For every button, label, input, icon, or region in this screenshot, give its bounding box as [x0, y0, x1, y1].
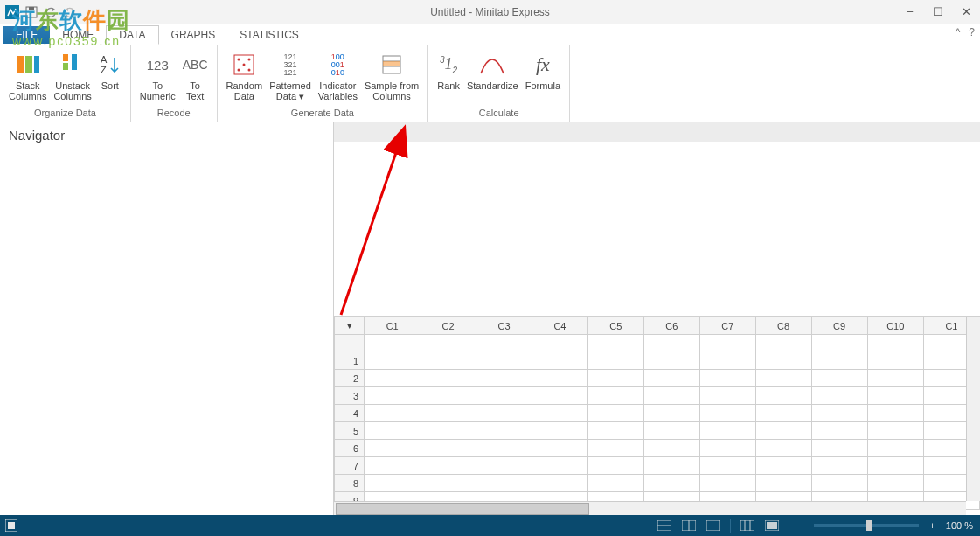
vertical-scrollbar[interactable]	[966, 317, 980, 501]
cell[interactable]	[587, 440, 643, 457]
cell[interactable]	[476, 387, 532, 405]
cell[interactable]	[532, 457, 588, 475]
column-header[interactable]: C9	[811, 317, 867, 335]
close-button[interactable]: ✕	[952, 3, 980, 22]
formula-button[interactable]: fx Formula	[522, 49, 564, 93]
cell[interactable]	[643, 405, 699, 422]
row-header[interactable]	[335, 335, 365, 352]
file-tab[interactable]: FILE	[3, 26, 50, 44]
cell[interactable]	[365, 422, 420, 440]
tab-graphs[interactable]: GRAPHS	[159, 26, 228, 44]
cell[interactable]	[699, 352, 755, 370]
cell[interactable]	[476, 422, 532, 440]
sample-from-columns-button[interactable]: Sample fromColumns	[361, 49, 422, 103]
random-data-button[interactable]: RandomData	[223, 49, 267, 103]
cell[interactable]	[755, 440, 811, 457]
cell[interactable]	[755, 335, 811, 352]
stack-columns-button[interactable]: StackColumns	[5, 49, 50, 103]
cell[interactable]	[365, 475, 420, 492]
layout-button-1[interactable]	[653, 517, 676, 534]
indicator-variables-button[interactable]: 100001010 IndicatorVariables	[315, 49, 361, 103]
cell[interactable]	[420, 422, 476, 440]
column-header[interactable]: C6	[643, 317, 699, 335]
cell[interactable]	[811, 422, 867, 440]
cell[interactable]	[755, 475, 811, 492]
cell[interactable]	[587, 422, 643, 440]
cell[interactable]	[587, 457, 643, 475]
row-header[interactable]: 2	[335, 370, 365, 387]
cell[interactable]	[867, 335, 923, 352]
cell[interactable]	[643, 457, 699, 475]
qat-save-icon[interactable]	[24, 5, 38, 19]
cell[interactable]	[587, 370, 643, 387]
row-header[interactable]: 7	[335, 457, 365, 475]
cell[interactable]	[365, 335, 420, 352]
cell[interactable]	[755, 457, 811, 475]
row-header[interactable]: 1	[335, 352, 365, 370]
corner-cell[interactable]: ▾	[335, 317, 365, 335]
cell[interactable]	[532, 475, 588, 492]
sort-button[interactable]: AZ Sort	[95, 49, 125, 93]
cell[interactable]	[867, 422, 923, 440]
cell[interactable]	[365, 370, 420, 387]
layout-button-3[interactable]	[702, 517, 725, 534]
zoom-out-button[interactable]: −	[795, 520, 807, 531]
cell[interactable]	[811, 475, 867, 492]
row-header[interactable]: 8	[335, 475, 365, 492]
cell[interactable]	[755, 422, 811, 440]
cell[interactable]	[755, 387, 811, 405]
cell[interactable]	[867, 440, 923, 457]
tab-data[interactable]: DATA	[106, 25, 158, 45]
cell[interactable]	[476, 335, 532, 352]
cell[interactable]	[420, 335, 476, 352]
rank-button[interactable]: 312 Rank	[434, 49, 463, 93]
cell[interactable]	[476, 352, 532, 370]
maximize-button[interactable]: ☐	[924, 3, 952, 22]
to-text-button[interactable]: ABC ToText	[179, 49, 212, 103]
cell[interactable]	[643, 440, 699, 457]
column-header[interactable]: C5	[587, 317, 643, 335]
layout-button-2[interactable]	[678, 517, 700, 534]
help-icon[interactable]: ?	[969, 26, 975, 38]
column-header[interactable]: C2	[420, 317, 476, 335]
cell[interactable]	[420, 370, 476, 387]
cell[interactable]	[699, 457, 755, 475]
cell[interactable]	[420, 457, 476, 475]
cell[interactable]	[643, 370, 699, 387]
cell[interactable]	[420, 475, 476, 492]
cell[interactable]	[365, 387, 420, 405]
qat-redo-icon[interactable]	[63, 5, 77, 19]
cell[interactable]	[365, 457, 420, 475]
cell[interactable]	[699, 405, 755, 422]
row-header[interactable]: 5	[335, 422, 365, 440]
cell[interactable]	[755, 352, 811, 370]
column-header[interactable]: C10	[867, 317, 923, 335]
cell[interactable]	[587, 475, 643, 492]
minimize-button[interactable]: −	[896, 3, 924, 22]
cell[interactable]	[643, 335, 699, 352]
cell[interactable]	[532, 387, 588, 405]
cell[interactable]	[699, 370, 755, 387]
zoom-slider[interactable]	[814, 524, 919, 527]
column-header[interactable]: C3	[476, 317, 532, 335]
qat-undo-icon[interactable]	[44, 5, 58, 19]
cell[interactable]	[867, 370, 923, 387]
cell[interactable]	[365, 352, 420, 370]
row-header[interactable]: 6	[335, 440, 365, 457]
cell[interactable]	[699, 440, 755, 457]
worksheet[interactable]: ▾C1C2C3C4C5C6C7C8C9C10C1123456789	[334, 317, 980, 515]
cell[interactable]	[867, 405, 923, 422]
cell[interactable]	[867, 475, 923, 492]
tab-home[interactable]: HOME	[50, 26, 106, 44]
cell[interactable]	[365, 405, 420, 422]
column-header[interactable]: C7	[699, 317, 755, 335]
cell[interactable]	[811, 457, 867, 475]
view-button-1[interactable]	[736, 517, 759, 534]
cell[interactable]	[532, 335, 588, 352]
cell[interactable]	[755, 405, 811, 422]
cell[interactable]	[476, 457, 532, 475]
cell[interactable]	[587, 405, 643, 422]
cell[interactable]	[811, 440, 867, 457]
cell[interactable]	[587, 335, 643, 352]
cell[interactable]	[699, 335, 755, 352]
